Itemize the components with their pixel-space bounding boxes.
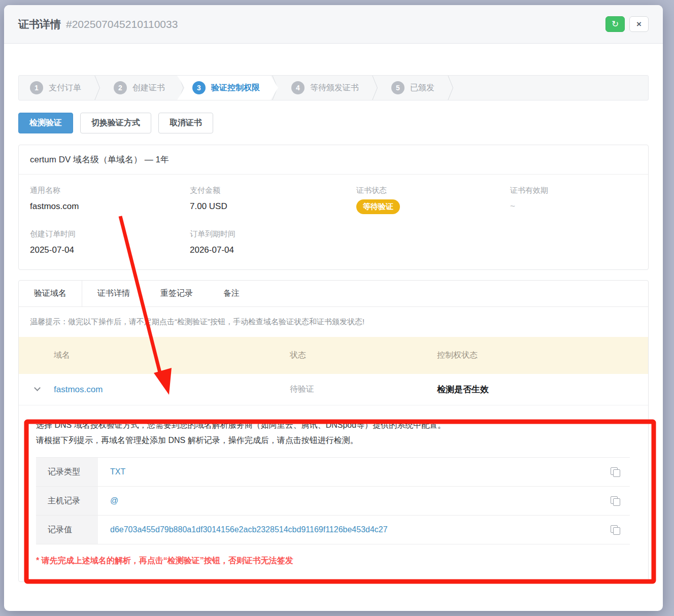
step-number: 1 — [30, 81, 43, 94]
step-pay-order: 1 支付订单 — [19, 76, 92, 100]
certificate-info-card: certum DV 域名级（单域名） — 1年 通用名称 fastmos.com… — [18, 145, 649, 270]
record-value: d6e703a455d79b880a1df3014156e2acb2328514… — [98, 516, 600, 544]
domain-table-header: 域名 状态 控制权状态 — [19, 337, 648, 374]
step-create-cert: 2 创建证书 — [103, 76, 176, 100]
tip-text: 温馨提示：做完以下操作后，请不定期点击“检测验证”按钮，手动检查域名验证状态和证… — [19, 307, 648, 337]
refresh-button[interactable]: ↻ — [605, 16, 625, 32]
copy-icon[interactable] — [611, 496, 620, 506]
dns-record-table: 记录类型 TXT 主机记录 @ 记录值 d6e703a455d79b880a1d… — [36, 457, 630, 544]
copy-icon[interactable] — [611, 525, 620, 535]
step-separator — [92, 76, 103, 100]
col-domain: 域名 — [19, 337, 290, 374]
step-wait-issue: 4 等待颁发证书 — [280, 76, 370, 100]
step-number: 2 — [114, 81, 127, 94]
certificate-fields: 通用名称 fastmos.com 支付金额 7.00 USD 证书状态 等待验证… — [19, 175, 648, 269]
col-control: 控制权状态 — [437, 337, 648, 374]
modal-header: 证书详情 #202507045210110033 ↻ × — [4, 5, 663, 44]
host-record-value: @ — [98, 487, 600, 515]
field-expire-time: 订单到期时间 2026-07-04 — [190, 229, 356, 255]
close-button[interactable]: × — [629, 16, 649, 32]
field-cert-status: 证书状态 等待验证 — [356, 186, 510, 214]
detail-tabs-card: 验证域名 证书详情 重签记录 备注 温馨提示：做完以下操作后，请不定期点击“检测… — [18, 280, 649, 582]
dns-intro-line2: 请根据下列提示，再域名管理处添加 DNS 解析记录，操作完成后，请点击按钮进行检… — [36, 433, 630, 448]
record-type-value: TXT — [98, 458, 600, 486]
step-number: 3 — [192, 81, 206, 94]
status-badge: 等待验证 — [356, 199, 400, 214]
dns-warning-text: * 请先完成上述域名的解析，再点击“检测验证”按钮，否则证书无法签发 — [36, 556, 630, 566]
step-number: 4 — [291, 81, 305, 94]
product-title: certum DV 域名级（单域名） — 1年 — [19, 145, 648, 175]
header-actions: ↻ × — [605, 16, 649, 32]
copy-icon[interactable] — [611, 467, 620, 477]
col-status: 状态 — [290, 337, 437, 374]
cancel-certificate-button[interactable]: 取消证书 — [158, 113, 213, 133]
switch-verify-method-button[interactable]: 切换验证方式 — [80, 113, 151, 133]
dns-row-host-record: 主机记录 @ — [36, 487, 630, 516]
domain-link[interactable]: fastmos.com — [54, 385, 103, 394]
modal-title: 证书详情 — [18, 17, 61, 31]
tab-bar: 验证域名 证书详情 重签记录 备注 — [19, 281, 648, 307]
action-buttons: 检测验证 切换验证方式 取消证书 — [18, 113, 649, 133]
steps-filler — [456, 76, 648, 100]
certificate-detail-modal: 证书详情 #202507045210110033 ↻ × 1 支付订单 2 创建… — [4, 5, 663, 611]
refresh-icon: ↻ — [612, 19, 619, 29]
detect-verify-button[interactable]: 检测验证 — [18, 113, 73, 133]
order-id: #202507045210110033 — [66, 18, 178, 30]
step-separator — [370, 76, 380, 100]
tab-remark[interactable]: 备注 — [208, 281, 255, 306]
dns-row-record-type: 记录类型 TXT — [36, 458, 630, 487]
tab-resign-record[interactable]: 重签记录 — [145, 281, 208, 306]
field-amount: 支付金额 7.00 USD — [190, 186, 356, 214]
dns-intro-line1: 选择 DNS 域名授权验证方式，您需要到您的域名解析服务商（如阿里云、腾讯、DN… — [36, 418, 630, 433]
domain-table-row: fastmos.com 待验证 检测是否生效 — [19, 374, 648, 405]
dns-row-record-value: 记录值 d6e703a455d79b880a1df3014156e2acb232… — [36, 516, 630, 544]
tab-cert-detail[interactable]: 证书详情 — [82, 281, 145, 306]
modal-body: 1 支付订单 2 创建证书 3 验证控制权限 4 等待颁发证书 5 已颁发 — [4, 75, 663, 582]
close-icon: × — [636, 19, 642, 29]
control-status-action[interactable]: 检测是否生效 — [437, 374, 648, 405]
domain-status: 待验证 — [290, 374, 437, 404]
field-validity: 证书有效期 ~ — [510, 186, 637, 214]
field-created-time: 创建订单时间 2025-07-04 — [30, 229, 190, 255]
chevron-down-icon[interactable] — [34, 385, 41, 391]
step-verify-control: 3 验证控制权限 — [177, 76, 278, 100]
tab-verify-domain[interactable]: 验证域名 — [19, 281, 82, 306]
field-common-name: 通用名称 fastmos.com — [30, 186, 190, 214]
step-number: 5 — [391, 81, 405, 94]
step-wizard: 1 支付订单 2 创建证书 3 验证控制权限 4 等待颁发证书 5 已颁发 — [18, 75, 649, 100]
dns-verification-panel: 选择 DNS 域名授权验证方式，您需要到您的域名解析服务商（如阿里云、腾讯、DN… — [19, 405, 648, 581]
step-issued: 5 已颁发 — [380, 76, 446, 100]
step-separator — [446, 76, 456, 100]
